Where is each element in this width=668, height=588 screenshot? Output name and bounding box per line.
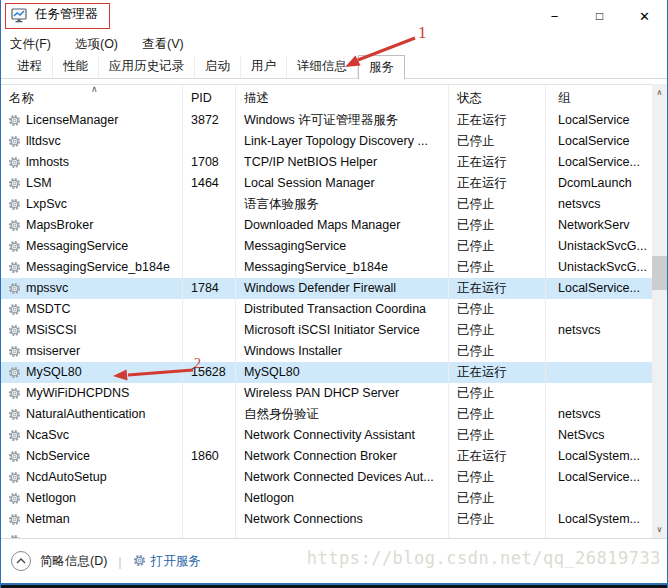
service-name: NcaSvc	[26, 425, 69, 446]
close-button[interactable]: ✕	[622, 0, 667, 32]
minimize-button[interactable]: −	[532, 0, 577, 32]
column-header-description[interactable]: 描述	[236, 85, 449, 111]
table-row[interactable]: NcdAutoSetup Network Connected Devices A…	[1, 467, 654, 488]
service-group: NetSvcs	[546, 425, 654, 446]
table-row[interactable]: MapsBroker Downloaded Maps Manager 已停止 N…	[1, 215, 654, 236]
service-pid	[183, 509, 236, 530]
service-status: 正在运行	[449, 173, 546, 194]
service-group: LocalService...	[546, 278, 654, 299]
maximize-button[interactable]: □	[577, 0, 622, 32]
service-status: 已停止	[449, 404, 546, 425]
task-manager-window: 任务管理器 − □ ✕ 文件(F) 选项(O) 查看(V) 进程 性能 应用历史…	[0, 0, 668, 588]
table-header: 名称 PID 描述 状态 组 ∧	[1, 84, 654, 110]
service-gear-icon	[8, 219, 21, 232]
service-gear-icon	[8, 324, 21, 337]
table-row[interactable]: MSiSCSI Microsoft iSCSI Initiator Servic…	[1, 320, 654, 341]
service-description: MySQL80	[236, 362, 449, 383]
service-pid: 1708	[183, 152, 236, 173]
menu-item[interactable]: 文件(F)	[10, 36, 51, 53]
tab[interactable]: 进程	[7, 56, 53, 78]
service-name: NaturalAuthentication	[26, 404, 146, 425]
table-row[interactable]: mpssvc 1784 Windows Defender Firewall 正在…	[1, 278, 654, 299]
service-name: lmhosts	[26, 152, 69, 173]
tab[interactable]: 应用历史记录	[99, 56, 195, 78]
column-header-group[interactable]: 组	[546, 85, 654, 111]
service-status: 已停止	[449, 383, 546, 404]
table-row[interactable]	[1, 530, 654, 538]
table-row[interactable]: MessagingService_b184e MessagingService_…	[1, 257, 654, 278]
sort-ascending-icon[interactable]: ∧	[91, 84, 98, 94]
service-group	[546, 530, 654, 538]
service-pid	[183, 404, 236, 425]
tab[interactable]: 详细信息	[287, 56, 358, 78]
service-status: 已停止	[449, 215, 546, 236]
service-description: Local Session Manager	[236, 173, 449, 194]
service-gear-icon	[8, 387, 21, 400]
task-manager-icon	[11, 7, 27, 23]
open-services-button[interactable]: 打开服务	[133, 553, 201, 570]
service-description: Microsoft iSCSI Initiator Service	[236, 320, 449, 341]
column-header-status[interactable]: 状态	[449, 85, 546, 111]
service-gear-icon	[8, 450, 21, 463]
service-group: UnistackSvcG...	[546, 257, 654, 278]
table-row[interactable]: Netman Network Connections 已停止 LocalSyst…	[1, 509, 654, 530]
scroll-down-icon[interactable]: ∨	[652, 521, 667, 538]
service-status: 已停止	[449, 236, 546, 257]
table-row[interactable]: MSDTC Distributed Transaction Coordina 已…	[1, 299, 654, 320]
service-name: MapsBroker	[26, 215, 93, 236]
tab[interactable]: 启动	[195, 56, 241, 78]
service-pid	[183, 215, 236, 236]
service-name: MyWiFiDHCPDNS	[26, 383, 129, 404]
service-status: 正在运行	[449, 362, 546, 383]
column-header-pid[interactable]: PID	[183, 85, 236, 111]
service-gear-icon	[8, 513, 21, 526]
service-description: Network Connections	[236, 509, 449, 530]
service-pid: 15628	[183, 362, 236, 383]
service-group	[546, 341, 654, 362]
service-description: Network Connectivity Assistant	[236, 425, 449, 446]
service-status: 已停止	[449, 341, 546, 362]
service-name: msiserver	[26, 341, 80, 362]
table-row[interactable]: LxpSvc 语言体验服务 已停止 netsvcs	[1, 194, 654, 215]
table-row[interactable]: Netlogon Netlogon 已停止	[1, 488, 654, 509]
fewer-details-icon[interactable]	[11, 551, 31, 571]
service-name: MessagingService_b184e	[26, 257, 170, 278]
service-status: 正在运行	[449, 152, 546, 173]
service-status: 已停止	[449, 299, 546, 320]
table-row[interactable]: NcaSvc Network Connectivity Assistant 已停…	[1, 425, 654, 446]
table-row[interactable]: NcbService 1860 Network Connection Broke…	[1, 446, 654, 467]
service-description: Windows Installer	[236, 341, 449, 362]
service-pid	[183, 320, 236, 341]
table-row[interactable]: NaturalAuthentication 自然身份验证 已停止 netsvcs	[1, 404, 654, 425]
tab[interactable]: 用户	[241, 56, 287, 78]
menu-bar: 文件(F) 选项(O) 查看(V)	[1, 32, 667, 56]
service-name: MySQL80	[26, 362, 82, 383]
menu-item[interactable]: 查看(V)	[142, 36, 184, 53]
fewer-details-button[interactable]: 简略信息(D)	[40, 553, 107, 570]
service-description: Downloaded Maps Manager	[236, 215, 449, 236]
table-row[interactable]: lltdsvc Link-Layer Topology Discovery ..…	[1, 131, 654, 152]
service-description: 自然身份验证	[236, 404, 449, 425]
service-name: NcbService	[26, 446, 90, 467]
service-pid	[183, 194, 236, 215]
scrollbar-thumb[interactable]	[652, 256, 667, 290]
service-description: Link-Layer Topology Discovery ...	[236, 131, 449, 152]
table-row[interactable]: MessagingService MessagingService 已停止 Un…	[1, 236, 654, 257]
service-group: LocalService...	[546, 152, 654, 173]
service-gear-icon	[8, 240, 21, 253]
scroll-up-icon[interactable]: ∧	[652, 84, 667, 101]
service-description: Windows Defender Firewall	[236, 278, 449, 299]
table-row[interactable]: lmhosts 1708 TCP/IP NetBIOS Helper 正在运行 …	[1, 152, 654, 173]
table-row[interactable]: MySQL80 15628 MySQL80 正在运行	[1, 362, 654, 383]
menu-item[interactable]: 选项(O)	[75, 36, 118, 53]
vertical-scrollbar[interactable]: ∧ ∨	[652, 84, 667, 538]
table-row[interactable]: LicenseManager 3872 Windows 许可证管理器服务 正在运…	[1, 110, 654, 131]
table-row[interactable]: LSM 1464 Local Session Manager 正在运行 Dcom…	[1, 173, 654, 194]
service-status: 已停止	[449, 194, 546, 215]
service-name: MessagingService	[26, 236, 128, 257]
table-row[interactable]: msiserver Windows Installer 已停止	[1, 341, 654, 362]
service-description: 语言体验服务	[236, 194, 449, 215]
tab[interactable]: 服务	[358, 55, 405, 79]
table-row[interactable]: MyWiFiDHCPDNS Wireless PAN DHCP Server 已…	[1, 383, 654, 404]
tab[interactable]: 性能	[53, 56, 99, 78]
